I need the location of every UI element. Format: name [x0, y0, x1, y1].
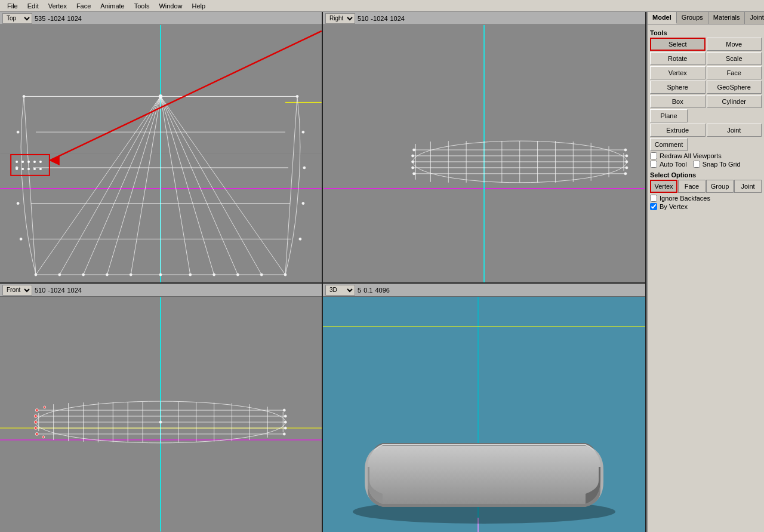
svg-point-27: [106, 273, 108, 276]
top-right-coord1: 510: [358, 15, 368, 22]
move-button[interactable]: Move: [707, 38, 762, 51]
face-button[interactable]: Face: [707, 66, 762, 79]
top-left-view-select[interactable]: Top Front Right 3D: [2, 13, 32, 24]
svg-point-127: [284, 421, 286, 423]
redraw-all-checkbox[interactable]: [650, 152, 657, 159]
svg-point-54: [27, 168, 30, 170]
so-vertex-button[interactable]: Vertex: [650, 180, 677, 193]
menu-face[interactable]: Face: [72, 2, 96, 10]
cylinder-button[interactable]: Cylinder: [707, 95, 762, 108]
by-vertex-label: By Vertex: [660, 203, 688, 210]
svg-point-119: [34, 414, 37, 417]
joint-button[interactable]: Joint: [707, 124, 762, 137]
bottom-left-content: [0, 297, 322, 532]
rotate-button[interactable]: Rotate: [650, 52, 706, 65]
svg-point-124: [42, 436, 45, 438]
comment-button[interactable]: Comment: [650, 138, 688, 151]
viewport-top-left[interactable]: Top Front Right 3D 535 -1024 1024: [0, 12, 323, 282]
3d-view-select[interactable]: 3D Top Front Right: [325, 285, 355, 296]
ignore-backfaces-row: Ignore Backfaces: [650, 195, 762, 202]
svg-point-118: [35, 409, 38, 412]
select-button[interactable]: Select: [650, 38, 706, 51]
menu-help[interactable]: Help: [187, 2, 211, 10]
tab-groups[interactable]: Groups: [677, 12, 708, 24]
svg-point-50: [33, 161, 36, 163]
svg-point-33: [260, 273, 263, 276]
scale-button[interactable]: Scale: [707, 52, 762, 65]
vertex-button[interactable]: Vertex: [650, 66, 706, 79]
select-options-title: Select Options: [650, 171, 762, 179]
redraw-checkbox-row: Redraw All Viewports: [650, 152, 762, 159]
viewport-top-right[interactable]: Right Top Front 3D 510 -1024 1024: [323, 12, 646, 282]
plane-button[interactable]: Plane: [650, 109, 688, 122]
menu-animate[interactable]: Animate: [96, 2, 129, 10]
viewport-3d[interactable]: 3D Top Front Right 5 0.1 4096: [323, 284, 646, 532]
bottom-left-coord1: 510: [35, 287, 45, 294]
3d-coord2: 0.1: [363, 287, 372, 294]
svg-point-43: [303, 167, 306, 169]
top-left-coord3: 1024: [67, 15, 82, 22]
so-face-button[interactable]: Face: [678, 180, 706, 193]
svg-point-126: [284, 415, 286, 417]
tab-joints[interactable]: Joints: [745, 12, 764, 24]
top-left-content: [0, 25, 322, 282]
right-panel: Model Groups Materials Joints Tools Sele…: [646, 12, 764, 532]
svg-point-52: [16, 168, 18, 170]
snap-to-grid-label: Snap To Grid: [703, 161, 741, 168]
svg-point-56: [39, 168, 42, 170]
top-right-coord3: 1024: [390, 15, 405, 22]
tab-model[interactable]: Model: [648, 12, 677, 24]
menu-file[interactable]: File: [2, 2, 23, 10]
so-group-button[interactable]: Group: [706, 180, 734, 193]
svg-point-36: [159, 94, 162, 98]
geosphere-button[interactable]: GeoSphere: [707, 81, 762, 94]
auto-tool-checkbox[interactable]: [650, 161, 657, 168]
tab-materials[interactable]: Materials: [708, 12, 745, 24]
svg-point-35: [23, 95, 25, 97]
3d-coord1: 5: [358, 287, 361, 294]
sphere-button[interactable]: Sphere: [650, 81, 706, 94]
btn-row-select-move: Select Move: [650, 38, 762, 51]
svg-point-123: [44, 406, 46, 408]
box-button[interactable]: Box: [650, 95, 706, 108]
top-left-coord1: 535: [35, 15, 45, 22]
svg-point-87: [413, 149, 415, 151]
svg-point-125: [283, 409, 285, 411]
svg-point-31: [213, 273, 215, 276]
btn-row-extrude-joint: Extrude Joint: [650, 124, 762, 137]
viewport-bottom-left[interactable]: Front Top Right 3D 510 -1024 1024: [0, 284, 323, 532]
auto-tool-label: Auto Tool: [660, 161, 687, 168]
svg-point-29: [159, 273, 162, 276]
menubar: File Edit Vertex Face Animate Tools Wind…: [0, 0, 764, 12]
extrude-button[interactable]: Extrude: [650, 124, 706, 137]
svg-point-89: [412, 161, 414, 163]
menu-window[interactable]: Window: [154, 2, 187, 10]
svg-point-34: [284, 273, 286, 276]
btn-row-vertex-face: Vertex Face: [650, 66, 762, 79]
svg-point-44: [302, 202, 304, 205]
so-joint-button[interactable]: Joint: [734, 180, 762, 193]
ignore-backfaces-label: Ignore Backfaces: [660, 195, 710, 202]
top-right-view-select[interactable]: Right Top Front 3D: [325, 13, 355, 24]
menu-tools[interactable]: Tools: [130, 2, 155, 10]
svg-point-129: [283, 433, 285, 435]
menu-edit[interactable]: Edit: [23, 2, 44, 10]
svg-point-128: [284, 427, 286, 429]
svg-point-91: [413, 173, 415, 175]
top-left-coord2: -1024: [48, 15, 64, 22]
svg-point-85: [626, 167, 628, 169]
bottom-left-coord3: 1024: [67, 287, 82, 294]
svg-point-88: [412, 155, 414, 157]
by-vertex-checkbox[interactable]: [650, 203, 657, 210]
snap-to-grid-checkbox[interactable]: [693, 161, 700, 168]
top-right-grid-svg: [323, 25, 645, 282]
svg-point-121: [34, 426, 37, 429]
svg-point-26: [82, 273, 85, 276]
btn-row-comment: Comment: [650, 138, 762, 151]
svg-point-32: [236, 273, 239, 276]
bottom-left-grid-svg: [0, 297, 322, 532]
menu-vertex[interactable]: Vertex: [44, 2, 72, 10]
bottom-left-view-select[interactable]: Front Top Right 3D: [2, 285, 32, 296]
svg-point-42: [302, 131, 304, 133]
ignore-backfaces-checkbox[interactable]: [650, 195, 657, 202]
